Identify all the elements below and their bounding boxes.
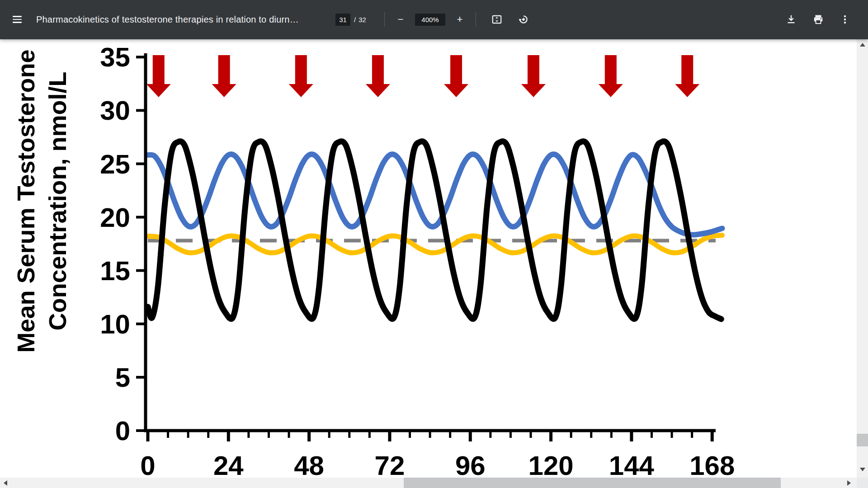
download-icon xyxy=(785,14,797,25)
toolbar-divider xyxy=(384,12,385,27)
zoom-in-button[interactable]: + xyxy=(451,10,469,28)
zoom-level-value: 400% xyxy=(421,16,439,23)
vertical-scrollbar[interactable] xyxy=(857,39,868,478)
hamburger-icon xyxy=(13,16,22,23)
y-tick-label: 25 xyxy=(100,149,130,179)
dose-arrow-icon xyxy=(366,55,390,97)
scrollbar-corner xyxy=(857,478,868,488)
fit-to-page-icon xyxy=(491,14,503,25)
x-tick-label: 168 xyxy=(689,450,735,478)
print-button[interactable] xyxy=(809,10,827,28)
pdf-page-canvas: 35302520151050024487296120144168Mean Ser… xyxy=(0,39,857,478)
menu-button[interactable] xyxy=(8,10,26,28)
y-tick-label: 35 xyxy=(100,42,130,72)
x-tick-label: 72 xyxy=(375,450,405,478)
rotate-counterclockwise-button[interactable] xyxy=(514,10,533,28)
dose-arrow-icon xyxy=(599,55,623,97)
fit-to-page-button[interactable] xyxy=(488,10,506,28)
dose-arrow-icon xyxy=(675,55,699,97)
pdf-toolbar: Pharmacokinetics of testosterone therapi… xyxy=(0,0,868,39)
dose-arrow-icon xyxy=(521,55,546,97)
y-tick-label: 0 xyxy=(115,416,130,446)
print-icon xyxy=(812,14,824,25)
rotate-counterclockwise-icon xyxy=(518,14,529,25)
minus-icon: − xyxy=(398,14,404,25)
horizontal-scrollbar-thumb[interactable] xyxy=(404,478,781,488)
dose-arrow-icon xyxy=(146,55,171,97)
scroll-left-arrow-icon[interactable] xyxy=(4,480,7,486)
scroll-up-arrow-icon[interactable] xyxy=(860,43,865,47)
toolbar-divider xyxy=(476,12,476,27)
vertical-scrollbar-thumb[interactable] xyxy=(857,434,868,446)
zoom-level-input[interactable]: 400% xyxy=(415,14,445,26)
yellow-curve xyxy=(148,235,722,253)
y-axis-title-line1: Mean Serum Testosterone xyxy=(12,49,39,352)
x-tick-label: 96 xyxy=(455,450,486,478)
scroll-down-arrow-icon[interactable] xyxy=(860,468,865,471)
x-tick-label: 48 xyxy=(294,450,324,478)
y-axis-title-line2: Concentration, nmol/L xyxy=(44,72,71,331)
page-separator: / xyxy=(354,16,356,23)
horizontal-scrollbar[interactable] xyxy=(0,478,857,488)
more-options-button[interactable] xyxy=(836,10,854,28)
page-number-input[interactable]: 31 xyxy=(335,14,350,26)
testosterone-pk-chart: 35302520151050024487296120144168Mean Ser… xyxy=(0,39,857,478)
y-tick-label: 10 xyxy=(100,309,130,339)
x-tick-label: 0 xyxy=(140,450,155,478)
dose-arrow-icon xyxy=(289,55,313,97)
document-title: Pharmacokinetics of testosterone therapi… xyxy=(36,0,299,39)
y-tick-label: 5 xyxy=(115,362,130,393)
pdf-viewer-window: Pharmacokinetics of testosterone therapi… xyxy=(0,0,868,488)
dose-arrow-icon xyxy=(444,55,468,97)
x-tick-label: 144 xyxy=(609,450,655,478)
y-tick-label: 20 xyxy=(100,202,130,233)
plus-icon: + xyxy=(457,14,463,25)
zoom-out-button[interactable]: − xyxy=(392,10,410,28)
dose-arrow-icon xyxy=(212,55,236,97)
y-tick-label: 15 xyxy=(100,256,130,286)
page-count: / 32 xyxy=(354,14,366,26)
kebab-menu-icon xyxy=(840,14,850,25)
x-tick-label: 24 xyxy=(213,450,244,478)
x-tick-label: 120 xyxy=(528,450,574,478)
scroll-right-arrow-icon[interactable] xyxy=(847,480,851,486)
download-button[interactable] xyxy=(782,10,800,28)
page-current: 31 xyxy=(339,16,347,23)
black-curve xyxy=(148,141,721,319)
y-tick-label: 30 xyxy=(100,95,130,126)
page-total: 32 xyxy=(359,16,366,23)
